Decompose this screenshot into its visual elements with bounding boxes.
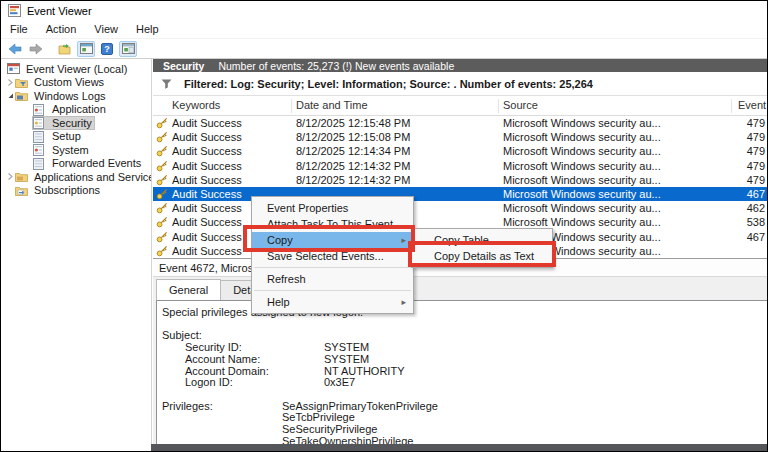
cell-event-id: 479 bbox=[695, 117, 765, 129]
folder-icon bbox=[15, 171, 28, 182]
chevron-expanded-icon[interactable] bbox=[5, 91, 15, 100]
events-count-info: Number of events: 25,273 (!) New events … bbox=[218, 60, 454, 72]
cell-source: Microsoft Windows security au... bbox=[503, 160, 661, 172]
key-icon bbox=[156, 245, 169, 257]
log-name: Security bbox=[163, 60, 204, 72]
cell-keyword: Audit Success bbox=[172, 231, 242, 243]
tree-item-custom-views[interactable]: Custom Views bbox=[1, 76, 151, 90]
cell-datetime: 8/12/2025 12:14:32 PM bbox=[296, 160, 410, 172]
key-icon bbox=[156, 174, 169, 186]
menu-item-attach-task[interactable]: Attach Task To This Event... bbox=[252, 216, 413, 232]
log-header-bar: Security Number of events: 25,273 (!) Ne… bbox=[153, 59, 767, 72]
subscriptions-icon bbox=[15, 185, 28, 196]
cell-keyword: Audit Success bbox=[172, 131, 242, 143]
column-keywords[interactable]: Keywords bbox=[172, 99, 220, 111]
custom-views-folder-icon bbox=[15, 77, 28, 88]
tree-item-setup[interactable]: Setup bbox=[1, 130, 151, 144]
menu-item-event-properties[interactable]: Event Properties bbox=[252, 200, 413, 216]
tree-item-application[interactable]: Application bbox=[1, 103, 151, 117]
key-icon bbox=[156, 188, 169, 200]
cell-keyword: Audit Success bbox=[172, 245, 242, 257]
menu-file[interactable]: File bbox=[1, 21, 37, 37]
title-bar: Event Viewer bbox=[1, 1, 767, 20]
tree-item-subscriptions[interactable]: Subscriptions bbox=[1, 184, 151, 198]
app-icon bbox=[8, 4, 21, 17]
folder-icon bbox=[15, 90, 28, 101]
cell-source: Microsoft Windows security au... bbox=[503, 202, 661, 214]
menu-view[interactable]: View bbox=[85, 21, 127, 37]
cell-datetime: 8/12/2025 12:15:08 PM bbox=[296, 131, 410, 143]
privileges-row: Privileges:SeAssignPrimaryTokenPrivilege bbox=[157, 401, 768, 413]
open-saved-log-icon[interactable] bbox=[56, 41, 74, 57]
toolbar: ? bbox=[1, 39, 767, 59]
event-row[interactable]: Audit Success Microsoft Windows security… bbox=[153, 187, 767, 201]
tree-item-security[interactable]: Security bbox=[1, 116, 151, 130]
cell-keyword: Audit Success bbox=[172, 202, 242, 214]
event-log-icon bbox=[33, 104, 46, 115]
console-window-icon[interactable] bbox=[77, 41, 95, 57]
funnel-icon bbox=[161, 79, 172, 89]
cell-keyword: Audit Success bbox=[172, 216, 242, 228]
menu-item-copy-details-as-text[interactable]: Copy Details as Text bbox=[412, 248, 552, 264]
privilege-item: SeSecurityPrivilege bbox=[157, 424, 768, 436]
tab-general[interactable]: General bbox=[156, 279, 221, 300]
event-description[interactable]: Special privileges assigned to new logon… bbox=[156, 300, 768, 451]
cell-event-id: 467 bbox=[695, 231, 765, 243]
filter-bar[interactable]: Filtered: Log: Security; Level: Informat… bbox=[153, 72, 767, 96]
cell-event-id: 538 bbox=[695, 216, 765, 228]
cell-source: Microsoft Windows security au... bbox=[503, 188, 661, 200]
cell-keyword: Audit Success bbox=[172, 145, 242, 157]
context-menu: Event Properties Attach Task To This Eve… bbox=[251, 196, 414, 314]
chevron-right-icon[interactable] bbox=[5, 172, 15, 181]
tree-item-system[interactable]: System bbox=[1, 143, 151, 157]
menu-item-copy-table[interactable]: Copy Table bbox=[412, 232, 552, 248]
menu-separator bbox=[254, 290, 411, 291]
tree-item-windows-logs[interactable]: Windows Logs bbox=[1, 89, 151, 103]
key-icon bbox=[156, 202, 169, 214]
privilege-item: SeTcbPrivilege bbox=[157, 412, 768, 424]
subject-field: Account Domain:NT AUTHORITY bbox=[157, 366, 768, 378]
cell-datetime: 8/12/2025 12:14:34 PM bbox=[296, 145, 410, 157]
subject-field: Logon ID:0x3E7 bbox=[157, 377, 768, 389]
cell-keyword: Audit Success bbox=[172, 117, 242, 129]
event-row[interactable]: Audit Success Microsoft Windows security… bbox=[153, 201, 767, 215]
show-action-pane-icon[interactable] bbox=[119, 41, 137, 57]
svg-text:?: ? bbox=[104, 44, 110, 54]
key-icon bbox=[156, 131, 169, 143]
event-row[interactable]: Audit Success 8/12/2025 12:14:32 PM Micr… bbox=[153, 173, 767, 187]
event-row[interactable]: Audit Success 8/12/2025 12:14:34 PM Micr… bbox=[153, 144, 767, 158]
column-source[interactable]: Source bbox=[503, 99, 538, 111]
event-viewer-icon bbox=[7, 63, 20, 74]
tree-item-forwarded-events[interactable]: Forwarded Events bbox=[1, 157, 151, 171]
bottom-edge-strip bbox=[151, 444, 767, 451]
event-row[interactable]: Audit Success 8/12/2025 12:15:08 PM Micr… bbox=[153, 130, 767, 144]
cell-source: Microsoft Windows security au... bbox=[503, 145, 661, 157]
forward-arrow-icon[interactable] bbox=[27, 41, 45, 57]
menu-item-help[interactable]: Help ▸ bbox=[252, 294, 413, 310]
tree-item-event-viewer-local[interactable]: Event Viewer (Local) bbox=[1, 62, 151, 76]
menu-help[interactable]: Help bbox=[127, 21, 168, 37]
menu-action[interactable]: Action bbox=[37, 21, 86, 37]
cell-source: Microsoft Windows security au... bbox=[503, 131, 661, 143]
subject-label: Subject: bbox=[157, 330, 768, 342]
menu-item-save-selected-events[interactable]: Save Selected Events... bbox=[252, 248, 413, 264]
submenu-arrow-icon: ▸ bbox=[401, 297, 406, 307]
event-row[interactable]: Audit Success 8/12/2025 12:15:48 PM Micr… bbox=[153, 116, 767, 130]
cell-keyword: Audit Success bbox=[172, 188, 242, 200]
event-row[interactable]: Audit Success 8/12/2025 12:14:32 PM Micr… bbox=[153, 159, 767, 173]
copy-submenu: Copy Table Copy Details as Text bbox=[411, 228, 553, 268]
menu-item-copy[interactable]: Copy ▸ bbox=[252, 232, 413, 248]
cell-source: Microsoft Windows security au... bbox=[503, 174, 661, 186]
event-log-plain-icon bbox=[33, 131, 46, 142]
cell-datetime: 8/12/2025 12:15:48 PM bbox=[296, 117, 410, 129]
menu-item-refresh[interactable]: Refresh bbox=[252, 271, 413, 287]
column-datetime[interactable]: Date and Time bbox=[296, 99, 368, 111]
key-icon bbox=[156, 117, 169, 129]
chevron-right-icon[interactable] bbox=[5, 78, 15, 87]
filter-summary: Filtered: Log: Security; Level: Informat… bbox=[184, 78, 593, 90]
column-event-id[interactable]: Event ID bbox=[738, 99, 768, 111]
cell-event-id: 479 bbox=[695, 174, 765, 186]
back-arrow-icon[interactable] bbox=[6, 41, 24, 57]
help-icon[interactable]: ? bbox=[98, 41, 116, 57]
tree-item-applications-services-logs[interactable]: Applications and Services Log bbox=[1, 170, 151, 184]
